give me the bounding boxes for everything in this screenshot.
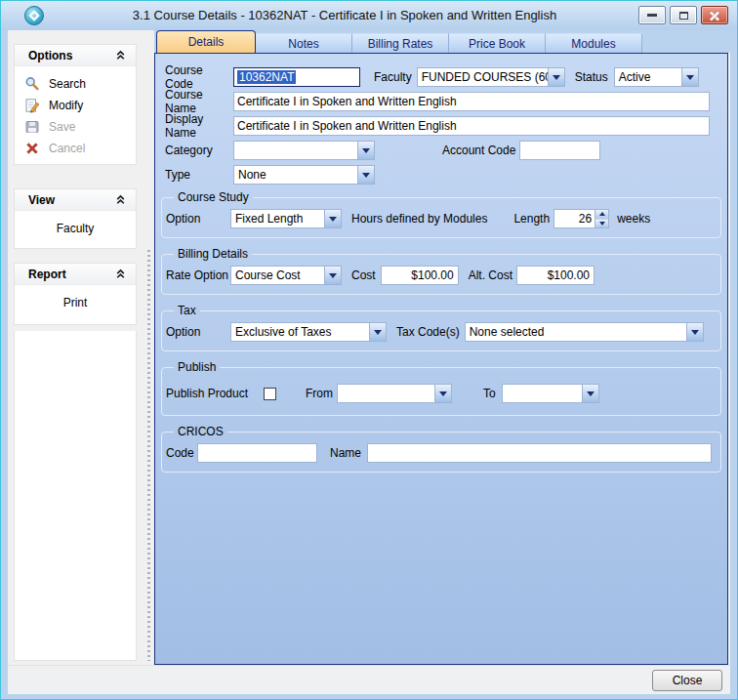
tab-details[interactable]: Details (156, 30, 256, 53)
course-name-value: Certificate I in Spoken and Written Engl… (237, 95, 457, 108)
publish-from-select[interactable] (337, 384, 452, 403)
item-label: Cancel (49, 142, 85, 155)
cricos-name-input[interactable] (367, 443, 712, 463)
panel-title: Report (28, 268, 66, 281)
sidebar-item-print[interactable]: Print (15, 292, 136, 313)
chevron-down-icon (434, 385, 451, 402)
sidebar-item-save[interactable]: Save (15, 116, 136, 138)
sidebar-item-search[interactable]: Search (15, 73, 136, 95)
panel-title: Options (28, 49, 72, 62)
billing-details-group: Billing Details Rate Option Course Cost … (161, 247, 721, 295)
publish-title: Publish (174, 360, 220, 374)
spinner-up-icon[interactable] (594, 210, 608, 219)
cricos-name-label: Name (330, 446, 361, 460)
report-panel-header[interactable]: Report (15, 264, 136, 285)
tab-modules[interactable]: Modules (546, 33, 642, 53)
restore-icon (679, 12, 688, 20)
window-controls (638, 6, 728, 24)
tab-notes[interactable]: Notes (256, 33, 352, 53)
options-items: Search Modify (15, 66, 136, 165)
publish-to-label: To (483, 387, 496, 400)
course-name-input[interactable]: Certificate I in Spoken and Written Engl… (233, 92, 710, 111)
tab-label: Price Book (469, 37, 525, 51)
faculty-value: FUNDED COURSES (6003) (418, 70, 548, 84)
course-name-label: Course Name (165, 88, 233, 115)
rate-option-select[interactable]: Course Cost (230, 266, 342, 285)
tax-codes-select[interactable]: None selected (465, 322, 704, 342)
modify-icon (24, 98, 40, 113)
course-study-option-select[interactable]: Fixed Length (230, 209, 342, 228)
options-panel-header[interactable]: Options (15, 45, 136, 66)
cost-label: Cost (351, 268, 376, 282)
item-label: Save (49, 120, 75, 134)
publish-product-checkbox[interactable] (264, 388, 276, 400)
cost-input[interactable]: $100.00 (381, 266, 459, 285)
faculty-select[interactable]: FUNDED COURSES (6003) (417, 67, 565, 87)
course-study-option-value: Fixed Length (231, 212, 324, 226)
spinner-down-icon[interactable] (594, 219, 608, 228)
sidebar-item-cancel[interactable]: Cancel (15, 138, 136, 159)
item-label: Print (63, 296, 88, 309)
tab-label: Details (188, 35, 225, 49)
minimize-icon (647, 14, 657, 17)
chevron-down-icon (357, 142, 374, 159)
status-select[interactable]: Active (614, 67, 699, 87)
sidebar-item-faculty[interactable]: Faculty (15, 218, 136, 239)
view-items: Faculty (15, 211, 136, 245)
alt-cost-input[interactable]: $100.00 (516, 266, 594, 285)
tax-option-value: Exclusive of Taxes (231, 325, 369, 339)
chevron-down-icon (357, 166, 374, 184)
course-code-input[interactable]: 10362NAT (233, 67, 360, 87)
view-panel-header[interactable]: View (15, 189, 136, 211)
cricos-code-label: Code (166, 446, 193, 460)
category-label: Category (165, 144, 233, 157)
hours-note: Hours defined by Modules (351, 212, 487, 226)
app-icon-gem (28, 10, 39, 21)
chevron-down-icon (686, 323, 703, 341)
minimize-button[interactable] (638, 6, 666, 24)
restore-button[interactable] (670, 6, 697, 24)
category-select[interactable] (233, 141, 375, 160)
sidebar-item-modify[interactable]: Modify (15, 95, 136, 116)
tax-option-select[interactable]: Exclusive of Taxes (230, 322, 387, 342)
tab-label: Notes (288, 37, 318, 51)
close-window-button[interactable] (701, 6, 728, 24)
panel-title: View (28, 193, 55, 207)
publish-from-label: From (306, 387, 333, 400)
report-panel: Report Print (14, 263, 137, 325)
publish-group: Publish Publish Product From To (161, 360, 721, 416)
account-code-label: Account Code (442, 144, 515, 157)
cricos-code-input[interactable] (197, 443, 317, 463)
search-icon (24, 76, 40, 92)
collapse-chevron-icon (115, 194, 126, 205)
collapse-chevron-icon (115, 268, 126, 279)
tax-group: Tax Option Exclusive of Taxes Tax Code(s… (161, 304, 721, 351)
display-name-value: Certificate I in Spoken and Written Engl… (237, 119, 457, 133)
account-code-input[interactable] (519, 141, 600, 160)
course-study-group: Course Study Option Fixed Length Hours d… (161, 190, 721, 238)
app-icon (24, 6, 44, 25)
sidebar-empty-area (14, 331, 137, 661)
tab-price-book[interactable]: Price Book (449, 33, 546, 53)
publish-to-select[interactable] (502, 384, 599, 403)
close-button[interactable]: Close (652, 670, 722, 691)
type-select[interactable]: None (233, 165, 375, 185)
alt-cost-value: $100.00 (548, 268, 590, 282)
tax-codes-label: Tax Code(s) (396, 325, 460, 339)
length-unit-label: weeks (617, 212, 650, 226)
splitter[interactable] (147, 250, 150, 661)
app-body: Options Search (8, 30, 730, 694)
status-value: Active (615, 70, 681, 84)
report-items: Print (15, 285, 136, 319)
cricos-title: CRICOS (174, 425, 227, 438)
publish-product-label: Publish Product (166, 387, 264, 400)
tax-codes-value: None selected (466, 325, 686, 339)
tab-billing-rates[interactable]: Billing Rates (352, 33, 449, 53)
chevron-down-icon (324, 267, 341, 284)
cricos-group: CRICOS Code Name (161, 425, 721, 473)
length-stepper[interactable]: 26 (554, 209, 609, 228)
tab-label: Modules (571, 37, 615, 51)
faculty-label: Faculty (374, 70, 412, 84)
length-stepper-buttons (594, 210, 608, 227)
display-name-input[interactable]: Certificate I in Spoken and Written Engl… (233, 116, 710, 136)
